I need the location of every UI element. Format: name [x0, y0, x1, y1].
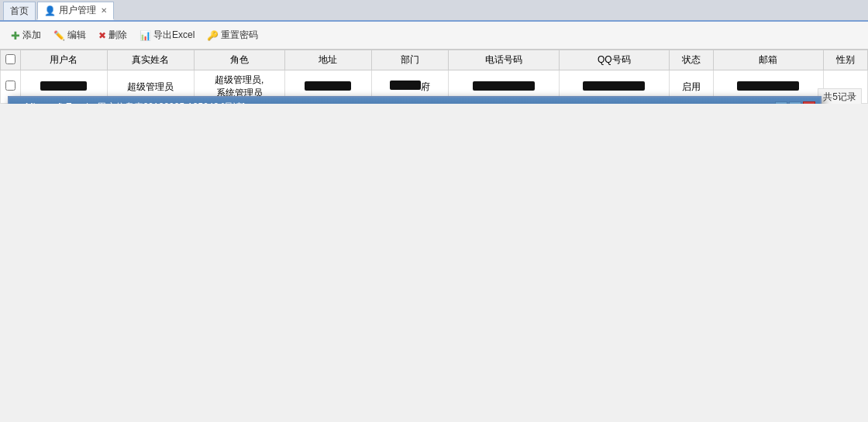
excel-title: Microsoft Excel - 用户信息表20130905-135643 […: [26, 101, 245, 105]
home-tab-label: 首页: [10, 5, 29, 18]
export-button[interactable]: 📊 导出Excel: [135, 27, 199, 43]
excel-titlebar: X Microsoft Excel - 用户信息表20130905-135643…: [9, 98, 820, 104]
export-label: 导出Excel: [153, 29, 195, 42]
col-role: 角色: [194, 50, 284, 70]
user-mgmt-tab-label: 用户管理: [59, 4, 96, 17]
main-area: 用户名 真实姓名 角色 地址 部门 电话号码 QQ号码 状态 邮箱 性别 超级管…: [0, 50, 868, 104]
reset-label: 重置密码: [221, 29, 258, 42]
delete-icon: ✖: [98, 30, 106, 41]
col-email: 邮箱: [713, 50, 823, 70]
toolbar: ✚ 添加 ✏️ 编辑 ✖ 删除 📊 导出Excel 🔑 重置密码: [0, 22, 868, 50]
close-excel-button[interactable]: ✕: [803, 101, 815, 104]
key-icon: 🔑: [207, 30, 219, 41]
tab-home[interactable]: 首页: [3, 2, 36, 20]
excel-title-left: X Microsoft Excel - 用户信息表20130905-135643…: [14, 101, 245, 105]
col-realname: 真实姓名: [107, 50, 194, 70]
edit-button[interactable]: ✏️ 编辑: [49, 27, 91, 43]
col-phone: 电话号码: [449, 50, 559, 70]
add-icon: ✚: [11, 29, 20, 42]
col-username: 用户名: [21, 50, 108, 70]
col-address: 地址: [284, 50, 371, 70]
select-all-checkbox[interactable]: [5, 54, 16, 64]
excel-app-icon: X: [14, 101, 21, 105]
minimize-button[interactable]: ─: [775, 101, 787, 104]
excel-window-controls: ─ □ ✕: [775, 101, 815, 104]
row-checkbox[interactable]: [5, 81, 16, 91]
maximize-button[interactable]: □: [789, 101, 801, 104]
edit-label: 编辑: [67, 29, 86, 42]
delete-label: 删除: [108, 29, 127, 42]
add-button[interactable]: ✚ 添加: [6, 27, 46, 43]
user-mgmt-tab-icon: 👤: [44, 5, 56, 16]
record-count: 共5记录: [818, 88, 862, 104]
select-all-header[interactable]: [1, 50, 21, 70]
delete-button[interactable]: ✖ 删除: [94, 27, 132, 43]
reset-password-button[interactable]: 🔑 重置密码: [202, 27, 263, 43]
export-icon: 📊: [140, 30, 151, 41]
col-department: 部门: [371, 50, 449, 70]
col-qq: QQ号码: [559, 50, 669, 70]
close-tab-button[interactable]: ✕: [101, 6, 107, 15]
add-label: 添加: [22, 29, 41, 42]
col-gender: 性别: [824, 50, 868, 70]
excel-window: X Microsoft Excel - 用户信息表20130905-135643…: [8, 96, 822, 104]
edit-icon: ✏️: [53, 30, 65, 41]
tab-user-mgmt[interactable]: 👤 用户管理 ✕: [37, 2, 114, 20]
col-status: 状态: [670, 50, 714, 70]
tab-bar: 首页 👤 用户管理 ✕: [0, 0, 868, 22]
